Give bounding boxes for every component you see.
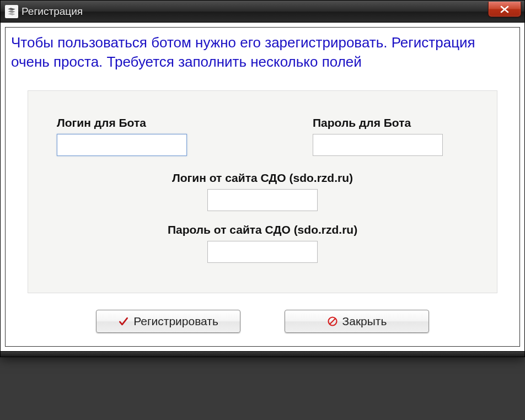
bot-login-input[interactable] xyxy=(57,134,187,156)
sdo-login-block: Логин от сайта СДО (sdo.rzd.ru) xyxy=(55,171,470,211)
bot-login-label: Логин для Бота xyxy=(57,116,146,130)
window-close-button[interactable] xyxy=(488,2,521,17)
sdo-password-input[interactable] xyxy=(207,241,318,263)
bottom-frame xyxy=(1,351,524,357)
form-panel: Логин для Бота Пароль для Бота Логин от … xyxy=(28,90,497,293)
buttons-row: Регистрировать Закрыть xyxy=(6,304,519,346)
svg-line-1 xyxy=(330,319,335,324)
registration-window: Регистрация Чтобы пользоваться ботом нуж… xyxy=(0,0,525,357)
window-title: Регистрация xyxy=(22,6,83,18)
top-row: Логин для Бота Пароль для Бота xyxy=(55,116,470,156)
bot-password-block: Пароль для Бота xyxy=(313,116,443,156)
bot-password-label: Пароль для Бота xyxy=(313,116,411,130)
close-button[interactable]: Закрыть xyxy=(285,310,429,333)
titlebar: Регистрация xyxy=(1,1,524,23)
close-icon xyxy=(499,6,510,13)
sdo-password-label: Пароль от сайта СДО (sdo.rzd.ru) xyxy=(168,223,357,236)
bot-password-input[interactable] xyxy=(313,134,443,156)
app-icon xyxy=(5,5,18,18)
content-frame: Чтобы пользоваться ботом нужно его зарег… xyxy=(5,27,520,347)
register-button[interactable]: Регистрировать xyxy=(96,310,240,333)
description-text: Чтобы пользоваться ботом нужно его зарег… xyxy=(6,28,519,80)
check-icon xyxy=(118,316,129,327)
sdo-login-label: Логин от сайта СДО (sdo.rzd.ru) xyxy=(172,171,353,185)
register-button-label: Регистрировать xyxy=(133,315,218,328)
close-button-label: Закрыть xyxy=(342,315,387,328)
bot-login-block: Логин для Бота xyxy=(57,116,187,156)
sdo-login-input[interactable] xyxy=(207,189,318,211)
sdo-password-block: Пароль от сайта СДО (sdo.rzd.ru) xyxy=(55,223,470,263)
cancel-icon xyxy=(327,316,338,327)
